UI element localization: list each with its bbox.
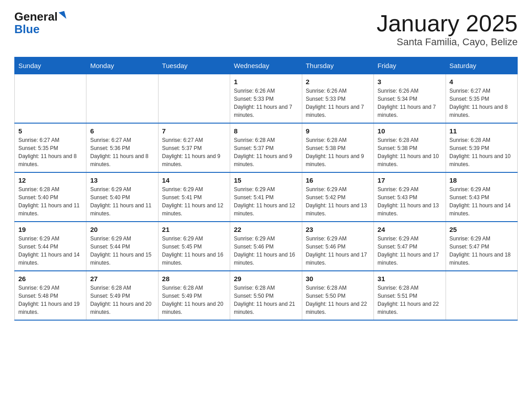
calendar-day-cell: 2Sunrise: 6:26 AMSunset: 5:33 PMDaylight… <box>302 74 373 124</box>
day-number: 3 <box>378 78 442 86</box>
day-number: 20 <box>90 226 154 233</box>
day-number: 13 <box>90 176 154 184</box>
calendar-day-cell: 3Sunrise: 6:26 AMSunset: 5:34 PMDaylight… <box>374 74 446 124</box>
day-number: 26 <box>18 275 82 283</box>
day-number: 5 <box>18 127 82 135</box>
calendar-day-cell: 18Sunrise: 6:29 AMSunset: 5:43 PMDayligh… <box>446 172 517 222</box>
day-info: Sunrise: 6:29 AMSunset: 5:44 PMDaylight:… <box>18 235 82 267</box>
calendar-day-cell: 19Sunrise: 6:29 AMSunset: 5:44 PMDayligh… <box>15 222 86 271</box>
day-info: Sunrise: 6:29 AMSunset: 5:46 PMDaylight:… <box>234 235 298 267</box>
day-info: Sunrise: 6:26 AMSunset: 5:33 PMDaylight:… <box>306 87 370 119</box>
logo-general-text: General <box>14 11 58 22</box>
calendar-day-cell <box>158 74 230 124</box>
day-info: Sunrise: 6:27 AMSunset: 5:35 PMDaylight:… <box>450 87 514 119</box>
day-info: Sunrise: 6:27 AMSunset: 5:37 PMDaylight:… <box>162 136 226 168</box>
day-number: 22 <box>234 226 298 233</box>
title-block: January 2025 Santa Familia, Cayo, Belize <box>377 11 518 48</box>
logo-blue-text: Blue <box>14 22 39 36</box>
day-number: 2 <box>306 78 370 86</box>
day-number: 24 <box>378 226 442 233</box>
day-number: 23 <box>306 226 370 233</box>
calendar-day-cell: 15Sunrise: 6:29 AMSunset: 5:41 PMDayligh… <box>230 172 302 222</box>
calendar-day-cell: 17Sunrise: 6:29 AMSunset: 5:43 PMDayligh… <box>374 172 446 222</box>
calendar-day-cell: 11Sunrise: 6:28 AMSunset: 5:39 PMDayligh… <box>446 123 517 172</box>
day-number: 11 <box>450 127 514 135</box>
calendar-day-cell: 16Sunrise: 6:29 AMSunset: 5:42 PMDayligh… <box>302 172 373 222</box>
day-number: 12 <box>18 176 82 184</box>
day-info: Sunrise: 6:29 AMSunset: 5:43 PMDaylight:… <box>378 185 442 218</box>
day-info: Sunrise: 6:28 AMSunset: 5:50 PMDaylight:… <box>234 284 298 316</box>
day-info: Sunrise: 6:29 AMSunset: 5:48 PMDaylight:… <box>18 284 82 316</box>
day-number: 16 <box>306 176 370 184</box>
calendar-day-cell: 9Sunrise: 6:28 AMSunset: 5:38 PMDaylight… <box>302 123 373 172</box>
calendar-day-cell <box>15 74 86 124</box>
day-number: 7 <box>162 127 226 135</box>
calendar-title: January 2025 <box>377 11 518 36</box>
day-number: 14 <box>162 176 226 184</box>
calendar-week-row: 26Sunrise: 6:29 AMSunset: 5:48 PMDayligh… <box>15 271 518 320</box>
calendar-day-cell: 25Sunrise: 6:29 AMSunset: 5:47 PMDayligh… <box>446 222 517 271</box>
calendar-week-row: 12Sunrise: 6:28 AMSunset: 5:40 PMDayligh… <box>15 172 518 222</box>
day-number: 27 <box>90 275 154 283</box>
calendar-day-cell: 21Sunrise: 6:29 AMSunset: 5:45 PMDayligh… <box>158 222 230 271</box>
day-number: 21 <box>162 226 226 233</box>
day-info: Sunrise: 6:29 AMSunset: 5:41 PMDaylight:… <box>234 185 298 218</box>
calendar-day-cell: 7Sunrise: 6:27 AMSunset: 5:37 PMDaylight… <box>158 123 230 172</box>
day-number: 31 <box>378 275 442 283</box>
logo-triangle-icon <box>59 11 66 21</box>
calendar-day-cell: 29Sunrise: 6:28 AMSunset: 5:50 PMDayligh… <box>230 271 302 320</box>
day-info: Sunrise: 6:28 AMSunset: 5:50 PMDaylight:… <box>306 284 370 316</box>
day-info: Sunrise: 6:27 AMSunset: 5:35 PMDaylight:… <box>18 136 82 168</box>
day-info: Sunrise: 6:28 AMSunset: 5:37 PMDaylight:… <box>234 136 298 168</box>
day-of-week-header: Friday <box>374 57 446 74</box>
day-number: 29 <box>234 275 298 283</box>
day-info: Sunrise: 6:28 AMSunset: 5:49 PMDaylight:… <box>162 284 226 316</box>
calendar-day-cell: 22Sunrise: 6:29 AMSunset: 5:46 PMDayligh… <box>230 222 302 271</box>
day-info: Sunrise: 6:28 AMSunset: 5:49 PMDaylight:… <box>90 284 154 316</box>
day-of-week-header: Monday <box>86 57 158 74</box>
day-info: Sunrise: 6:28 AMSunset: 5:39 PMDaylight:… <box>450 136 514 168</box>
day-info: Sunrise: 6:27 AMSunset: 5:36 PMDaylight:… <box>90 136 154 168</box>
day-info: Sunrise: 6:29 AMSunset: 5:47 PMDaylight:… <box>378 235 442 267</box>
day-info: Sunrise: 6:29 AMSunset: 5:47 PMDaylight:… <box>450 235 514 267</box>
day-info: Sunrise: 6:26 AMSunset: 5:33 PMDaylight:… <box>234 87 298 119</box>
calendar-day-cell: 20Sunrise: 6:29 AMSunset: 5:44 PMDayligh… <box>86 222 158 271</box>
calendar-day-cell: 4Sunrise: 6:27 AMSunset: 5:35 PMDaylight… <box>446 74 517 124</box>
calendar-week-row: 1Sunrise: 6:26 AMSunset: 5:33 PMDaylight… <box>15 74 518 124</box>
calendar-day-cell: 1Sunrise: 6:26 AMSunset: 5:33 PMDaylight… <box>230 74 302 124</box>
day-info: Sunrise: 6:29 AMSunset: 5:41 PMDaylight:… <box>162 185 226 218</box>
calendar-day-cell: 5Sunrise: 6:27 AMSunset: 5:35 PMDaylight… <box>15 123 86 172</box>
day-of-week-header: Thursday <box>302 57 373 74</box>
day-number: 30 <box>306 275 370 283</box>
day-info: Sunrise: 6:28 AMSunset: 5:51 PMDaylight:… <box>378 284 442 316</box>
day-number: 1 <box>234 78 298 86</box>
calendar-day-cell: 10Sunrise: 6:28 AMSunset: 5:38 PMDayligh… <box>374 123 446 172</box>
day-info: Sunrise: 6:29 AMSunset: 5:45 PMDaylight:… <box>162 235 226 267</box>
day-of-week-header: Tuesday <box>158 57 230 74</box>
page-header: General Blue January 2025 Santa Familia,… <box>14 11 518 48</box>
calendar-table: SundayMondayTuesdayWednesdayThursdayFrid… <box>14 57 518 321</box>
day-info: Sunrise: 6:28 AMSunset: 5:38 PMDaylight:… <box>306 136 370 168</box>
day-info: Sunrise: 6:29 AMSunset: 5:42 PMDaylight:… <box>306 185 370 218</box>
day-number: 28 <box>162 275 226 283</box>
day-info: Sunrise: 6:29 AMSunset: 5:43 PMDaylight:… <box>450 185 514 218</box>
calendar-week-row: 5Sunrise: 6:27 AMSunset: 5:35 PMDaylight… <box>15 123 518 172</box>
calendar-day-cell: 28Sunrise: 6:28 AMSunset: 5:49 PMDayligh… <box>158 271 230 320</box>
day-of-week-header: Saturday <box>446 57 517 74</box>
calendar-subtitle: Santa Familia, Cayo, Belize <box>377 36 518 48</box>
day-number: 10 <box>378 127 442 135</box>
calendar-day-cell: 30Sunrise: 6:28 AMSunset: 5:50 PMDayligh… <box>302 271 373 320</box>
logo: General Blue <box>14 11 65 36</box>
day-of-week-header: Sunday <box>15 57 86 74</box>
day-info: Sunrise: 6:29 AMSunset: 5:40 PMDaylight:… <box>90 185 154 218</box>
day-info: Sunrise: 6:28 AMSunset: 5:40 PMDaylight:… <box>18 185 82 218</box>
calendar-day-cell: 12Sunrise: 6:28 AMSunset: 5:40 PMDayligh… <box>15 172 86 222</box>
day-number: 15 <box>234 176 298 184</box>
calendar-day-cell: 26Sunrise: 6:29 AMSunset: 5:48 PMDayligh… <box>15 271 86 320</box>
day-number: 25 <box>450 226 514 233</box>
calendar-day-cell: 27Sunrise: 6:28 AMSunset: 5:49 PMDayligh… <box>86 271 158 320</box>
calendar-day-cell: 24Sunrise: 6:29 AMSunset: 5:47 PMDayligh… <box>374 222 446 271</box>
calendar-header-row: SundayMondayTuesdayWednesdayThursdayFrid… <box>15 57 518 74</box>
day-info: Sunrise: 6:28 AMSunset: 5:38 PMDaylight:… <box>378 136 442 168</box>
day-info: Sunrise: 6:29 AMSunset: 5:44 PMDaylight:… <box>90 235 154 267</box>
